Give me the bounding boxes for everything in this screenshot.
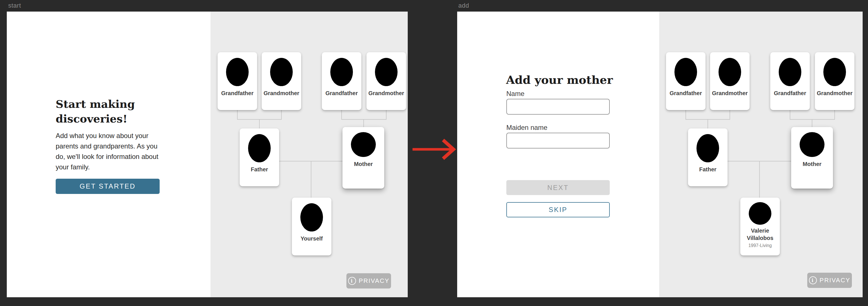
name-field-label: Name [506,90,524,98]
tree-connector [311,161,311,198]
tree-connector [812,119,812,127]
tree-connector [363,119,364,127]
info-icon: i [348,277,356,285]
card-mother[interactable]: Mother [342,127,384,189]
male-avatar-icon [696,134,719,162]
tree-connector [759,161,760,198]
card-label: Grandmother [817,90,853,97]
name-input[interactable] [506,99,610,114]
add-form-panel [457,11,659,297]
card-label: Grandfather [326,90,358,97]
privacy-label: PRIVACY [359,277,390,284]
tree-connector [386,110,386,119]
window-title-add: add [458,2,469,9]
person-name-line2: Villalobos [747,234,773,242]
card-label: Grandmother [712,90,748,97]
screenshot-stage: start Start making discoveries! Add what… [0,0,868,306]
card-label: Mother [354,160,373,168]
card-grandfather-maternal[interactable]: Grandfather [322,52,361,110]
card-grandmother-paternal[interactable]: Grandmother [710,52,750,110]
card-grandmother-maternal[interactable]: Grandmother [815,52,855,110]
male-avatar-icon [226,58,249,86]
tree-connector [341,119,386,120]
female-avatar-icon [718,58,741,86]
privacy-label: PRIVACY [820,277,850,284]
card-grandfather-paternal[interactable]: Grandfather [218,52,257,110]
card-grandfather-maternal[interactable]: Grandfather [770,52,810,110]
card-label: Yourself [301,235,323,242]
tree-connector [730,110,730,119]
card-label: Grandmother [368,90,404,97]
female-avatar-icon [800,132,825,157]
male-avatar-icon [248,134,271,162]
card-father[interactable]: Father [240,129,279,186]
card-label: Father [251,166,268,173]
male-avatar-icon [675,58,697,86]
male-avatar-icon [779,58,801,86]
tree-connector [259,119,260,129]
window-title-start: start [8,2,21,9]
female-avatar-icon [824,58,846,86]
maiden-name-input[interactable] [506,133,610,148]
card-label: Father [699,166,716,173]
card-father[interactable]: Father [688,129,727,186]
tree-connector [708,119,708,129]
female-avatar-icon [375,58,398,86]
card-grandfather-paternal[interactable]: Grandfather [666,52,706,110]
female-avatar-icon [351,132,376,157]
card-grandmother-paternal[interactable]: Grandmother [261,52,301,110]
flow-arrow-icon [410,138,458,161]
get-started-button[interactable]: GET STARTED [56,179,160,194]
privacy-button[interactable]: i PRIVACY [807,273,852,288]
card-label: Grandmother [264,90,300,97]
female-avatar-icon [270,58,293,86]
person-name-line1: Valerie [751,227,769,234]
card-yourself[interactable]: Yourself [292,198,332,256]
privacy-button[interactable]: i PRIVACY [346,273,391,288]
card-label: Mother [803,160,822,168]
person-dates: 1997-Living [748,243,772,248]
start-body-text: Add what you know about your parents and… [56,130,161,172]
card-label: Grandfather [670,90,702,97]
tree-connector [237,110,238,119]
female-avatar-icon [749,202,771,225]
tree-connector [685,110,686,119]
start-headline: Start making discoveries! [56,97,152,126]
card-valerie-villalobos[interactable]: Valerie Villalobos 1997-Living [740,198,780,256]
add-headline: Add your mother [506,73,613,87]
card-label: Grandfather [221,90,253,97]
info-icon: i [809,276,817,284]
tree-connector [341,110,342,119]
male-avatar-icon [300,203,323,232]
tree-connector [281,110,282,119]
male-avatar-icon [330,58,353,86]
card-label: Grandfather [774,90,806,97]
tree-connector [790,110,790,119]
tree-connector [790,119,835,120]
tree-connector [834,110,835,119]
maiden-name-field-label: Maiden name [506,124,547,132]
card-mother[interactable]: Mother [791,127,833,189]
skip-button[interactable]: SKIP [506,202,610,217]
next-button[interactable]: NEXT [506,180,610,195]
card-grandmother-maternal[interactable]: Grandmother [367,52,406,110]
